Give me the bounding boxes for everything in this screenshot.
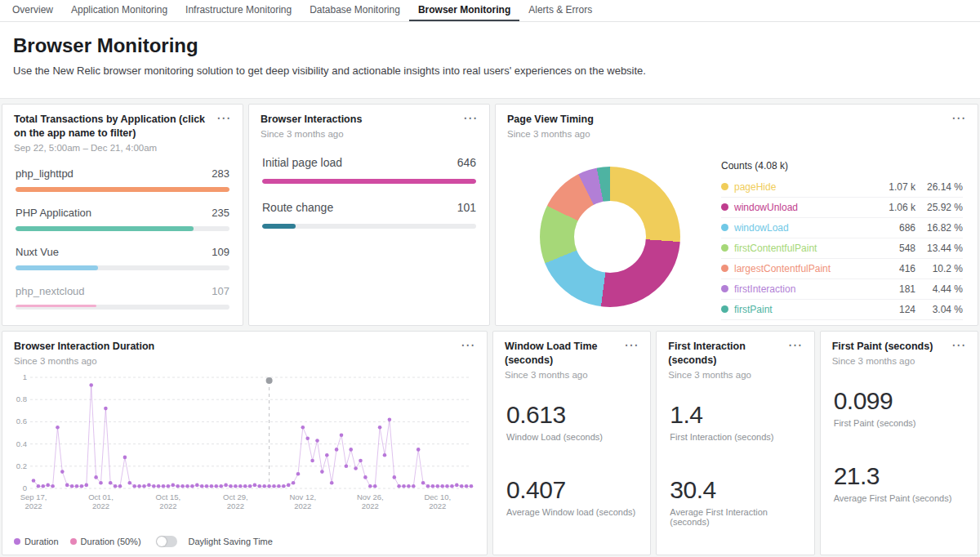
bar-row: php_lighttpd283 [16,167,229,192]
panel-subtitle: Since 3 months ago [832,356,938,366]
legend-count: 686 [876,222,915,234]
panel-subtitle: Since 3 months ago [14,356,159,366]
legend-count: 181 [876,283,915,295]
pie-legend-row[interactable]: windowUnload1.06 k25.92 % [721,198,963,218]
bar-label[interactable]: php_nextcloud [16,285,85,297]
grid-row-1: Total Transactions by Application (click… [2,104,978,326]
svg-text:0.4: 0.4 [16,439,27,448]
tab-database-monitoring[interactable]: Database Monitoring [301,0,409,21]
stat-label: First Interaction (seconds) [670,432,800,442]
panel-title: Browser Interactions [261,113,367,127]
bar-value: 109 [212,246,229,258]
stat-group: 0.099 First Paint (seconds) 21.3 Average… [821,366,978,503]
legend-dot-icon [70,538,77,545]
svg-text:2022: 2022 [362,501,379,510]
page-title: Browser Monitoring [13,34,967,57]
legend-item[interactable]: Duration [14,537,59,546]
panel-menu-icon[interactable]: ⋯ [948,113,969,124]
svg-text:Oct 01,: Oct 01, [88,492,114,501]
panel-title: First Paint (seconds) [832,340,938,354]
legend-dot-icon [721,285,728,292]
grid-row-2: Browser Interaction Duration Since 3 mon… [2,331,978,555]
duration-chart-wrap: 00.20.40.60.81Sep 17,2022Oct 01,2022Oct … [2,366,487,518]
stat-group: 1.4 First Interaction (seconds) 30.4 Ave… [657,380,813,527]
bar-fill [262,224,296,229]
panel-header: Page View Timing Since 3 months ago ⋯ [496,105,978,139]
pie-legend-title: Counts (4.08 k) [721,160,963,172]
panel-browser-interactions: Browser Interactions Since 3 months ago … [248,104,490,326]
stat-label: Window Load (seconds) [506,432,637,442]
bar-row-header: PHP Application235 [16,207,229,219]
dashboard-tabs: OverviewApplication MonitoringInfrastruc… [0,0,980,22]
bar-label[interactable]: PHP Application [16,207,91,219]
legend-dot-icon [721,183,728,190]
legend-percent: 26.14 % [915,181,963,193]
bar-fill [16,226,194,231]
stat: 21.3 Average First Paint (seconds) [834,462,964,503]
legend-label: firstPaint [734,304,876,315]
pie-legend-row[interactable]: firstInteraction1814.44 % [721,279,963,300]
bar-label[interactable]: Route change [262,201,333,214]
pie-legend: Counts (4.08 k) pageHide1.07 k26.14 %win… [721,160,963,320]
stat: 0.613 Window Load (seconds) [506,401,637,442]
panel-menu-icon[interactable]: ⋯ [621,340,642,351]
legend-label: firstInteraction [734,283,876,295]
panel-header: Window Load Time (seconds) Since 3 month… [493,332,650,380]
toggle-knob [157,537,167,546]
bar-fill [262,179,476,184]
bar-label[interactable]: php_lighttpd [16,167,74,180]
tab-browser-monitoring[interactable]: Browser Monitoring [409,0,519,21]
toggle-label: Daylight Saving Time [189,537,273,546]
legend-label: pageHide [734,181,876,193]
stat: 0.407 Average Window load (seconds) [506,476,637,517]
panel-subtitle: Since 3 months ago [668,370,784,380]
panel-menu-icon[interactable]: ⋯ [948,340,969,351]
panel-menu-icon[interactable]: ⋯ [460,113,481,124]
tab-overview[interactable]: Overview [3,0,62,21]
tab-application-monitoring[interactable]: Application Monitoring [62,0,176,21]
pie-legend-row[interactable]: windowLoad68616.82 % [721,218,963,238]
legend-percent: 3.04 % [915,304,963,315]
stat-label: Average First Interaction (seconds) [670,507,800,527]
legend-count: 548 [876,243,915,254]
svg-text:Oct 29,: Oct 29, [223,492,248,501]
stat: 1.4 First Interaction (seconds) [670,401,800,442]
stat-value: 1.4 [670,401,800,429]
svg-text:2022: 2022 [24,501,42,510]
pie-legend-row[interactable]: pageHide1.07 k26.14 % [721,177,963,198]
legend-dot-icon [721,224,728,231]
bar-row-header: php_lighttpd283 [16,167,229,180]
legend-label: Duration [24,537,59,546]
daylight-saving-toggle[interactable] [156,536,177,547]
panel-title: Page View Timing [507,113,599,127]
stat-value: 0.613 [506,401,637,429]
panel-title: Total Transactions by Application (click… [14,113,213,140]
stat-label: Average First Paint (seconds) [834,493,964,503]
bar-label[interactable]: Initial page load [262,156,342,169]
panel-menu-icon[interactable]: ⋯ [213,113,234,124]
bar-track [16,187,229,192]
legend-dot-icon [721,203,728,211]
legend-count: 1.07 k [876,181,915,193]
pie-legend-row[interactable]: firstPaint1243.04 % [721,300,963,320]
panel-interaction-duration: Browser Interaction Duration Since 3 mon… [2,331,488,555]
bar-track [262,179,476,184]
pie-legend-row[interactable]: largestContentfulPaint41610.2 % [721,259,963,279]
legend-item[interactable]: Duration (50%) [70,537,141,546]
legend-dot-icon [721,305,728,313]
bar-track [16,265,229,270]
panel-menu-icon[interactable]: ⋯ [457,340,479,351]
bar-row: php_nextcloud107 [16,285,229,310]
panel-grid: Total Transactions by Application (click… [0,99,980,557]
tab-alerts-errors[interactable]: Alerts & Errors [519,0,601,21]
panel-menu-icon[interactable]: ⋯ [785,340,806,351]
stat: 0.099 First Paint (seconds) [834,387,964,428]
panel-title: Browser Interaction Duration [14,340,159,354]
legend-label: Duration (50%) [81,537,141,546]
panel-subtitle: Since 3 months ago [507,129,599,139]
pie-legend-row[interactable]: firstContentfulPaint54813.44 % [721,238,963,259]
svg-text:1: 1 [23,372,27,381]
tab-infrastructure-monitoring[interactable]: Infrastructure Monitoring [176,0,301,21]
bar-label[interactable]: Nuxt Vue [16,246,59,258]
panel-first-interaction: First Interaction (seconds) Since 3 mont… [656,331,814,555]
